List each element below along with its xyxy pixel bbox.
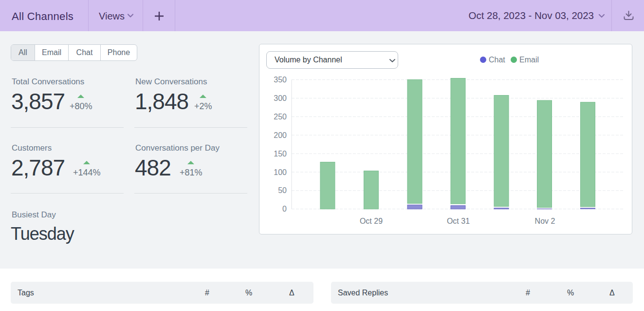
svg-text:200: 200 <box>274 131 287 139</box>
svg-text:Oct 29: Oct 29 <box>360 217 383 225</box>
svg-text:Oct 31: Oct 31 <box>447 217 470 225</box>
svg-text:250: 250 <box>274 113 287 121</box>
svg-text:150: 150 <box>274 150 287 158</box>
svg-text:300: 300 <box>274 94 287 102</box>
svg-text:Nov 2: Nov 2 <box>535 217 555 225</box>
svg-text:0: 0 <box>282 205 287 213</box>
svg-text:100: 100 <box>274 168 287 176</box>
svg-text:50: 50 <box>278 186 287 194</box>
svg-text:350: 350 <box>274 76 287 84</box>
